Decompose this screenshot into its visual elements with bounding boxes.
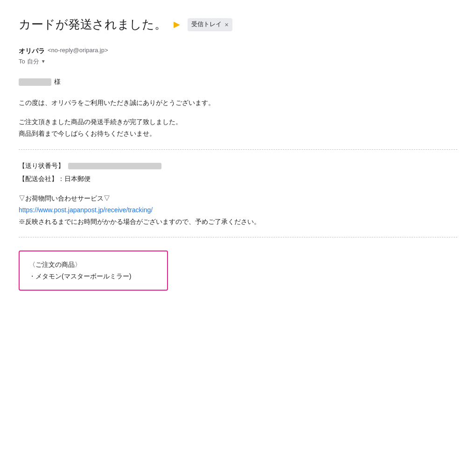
tracking-number-blurred	[68, 163, 161, 169]
para2-line1: ご注文頂きました商品の発送手続きが完了致しました。	[19, 118, 182, 125]
para2-line2: 商品到着まで今しばらくお待ちくださいませ。	[19, 130, 156, 137]
tracking-url-link[interactable]: https://www.post.japanpost.jp/receive/tr…	[19, 206, 153, 214]
salutation-suffix: 様	[54, 78, 61, 85]
inquiry-label-row: ▽お荷物問い合わせサービス▽	[19, 193, 457, 204]
recipient-name-blurred	[19, 78, 51, 86]
tracking-label: 【送り状番号】	[19, 162, 64, 169]
email-subject: カードが発送されました。	[19, 15, 166, 35]
order-box-item: ・メタモン(マスターボールミラー)	[29, 271, 158, 282]
divider-1	[19, 149, 457, 150]
subject-row: カードが発送されました。 ▶ 受信トレイ ×	[19, 15, 457, 35]
paragraph-2: ご注文頂きました商品の発送手続きが完了致しました。 商品到着まで今しばらくお待ち…	[19, 116, 457, 139]
order-box-title: 〈ご注文の商品〉	[29, 259, 158, 271]
inbox-tag[interactable]: 受信トレイ ×	[188, 18, 232, 31]
delivery-label: 【配送会社】：日本郵便	[19, 175, 91, 182]
delivery-company-row: 【配送会社】：日本郵便	[19, 172, 457, 185]
note-row: ※反映されるまでにお時間がかかる場合がございますので、予めご了承ください。	[19, 216, 457, 228]
tracking-number-row: 【送り状番号】	[19, 159, 457, 172]
inquiry-label: ▽お荷物問い合わせサービス▽	[19, 195, 110, 202]
sender-name: オリパラ	[19, 46, 45, 56]
tracking-link-row[interactable]: https://www.post.japanpost.jp/receive/tr…	[19, 204, 457, 216]
sender-email: <no-reply@oripara.jp>	[48, 46, 108, 56]
to-label: To	[19, 57, 25, 67]
para1-text: この度は、オリパラをご利用いただき誠にありがとうございます。	[19, 99, 215, 106]
recipients-dropdown-icon[interactable]: ▼	[41, 58, 46, 65]
sender-row: オリパラ <no-reply@oripara.jp>	[19, 46, 457, 56]
email-body: 様 この度は、オリパラをご利用いただき誠にありがとうございます。 ご注文頂きまし…	[19, 76, 457, 291]
to-self: 自分	[27, 57, 39, 67]
to-row: To 自分 ▼	[19, 57, 457, 67]
note-text: ※反映されるまでにお時間がかかる場合がございますので、予めご了承ください。	[19, 218, 260, 225]
inbox-tag-label: 受信トレイ	[191, 20, 222, 29]
order-box: 〈ご注文の商品〉 ・メタモン(マスターボールミラー)	[19, 250, 168, 291]
salutation-row: 様	[19, 76, 457, 88]
inbox-tag-close-button[interactable]: ×	[224, 20, 228, 30]
paragraph-1: この度は、オリパラをご利用いただき誠にありがとうございます。	[19, 97, 457, 109]
divider-2	[19, 237, 457, 237]
tracking-section: 【送り状番号】 【配送会社】：日本郵便	[19, 159, 457, 185]
inquiry-section: ▽お荷物問い合わせサービス▽ https://www.post.japanpos…	[19, 193, 457, 228]
forward-arrow-icon: ▶	[174, 18, 180, 31]
sender-section: オリパラ <no-reply@oripara.jp> To 自分 ▼	[19, 46, 457, 67]
